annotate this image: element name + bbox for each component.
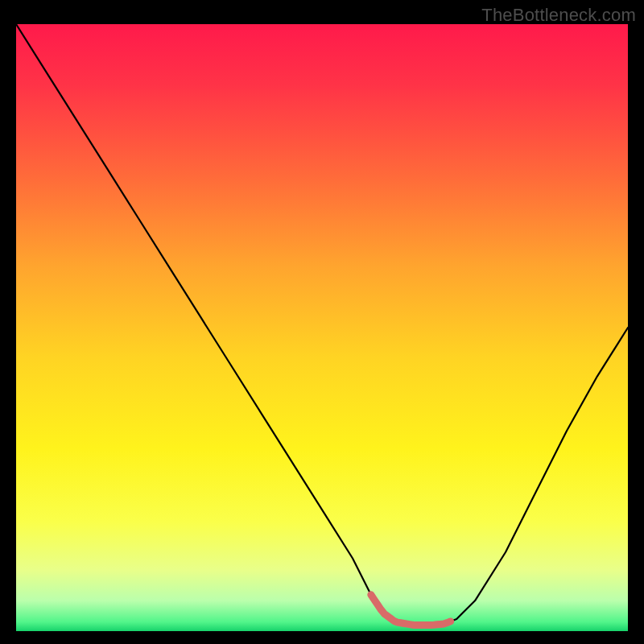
- bottleneck-chart: [16, 24, 628, 631]
- watermark-text: TheBottleneck.com: [481, 5, 636, 26]
- chart-frame: TheBottleneck.com: [0, 0, 644, 644]
- plot-area: [16, 24, 628, 631]
- gradient-background: [16, 24, 628, 631]
